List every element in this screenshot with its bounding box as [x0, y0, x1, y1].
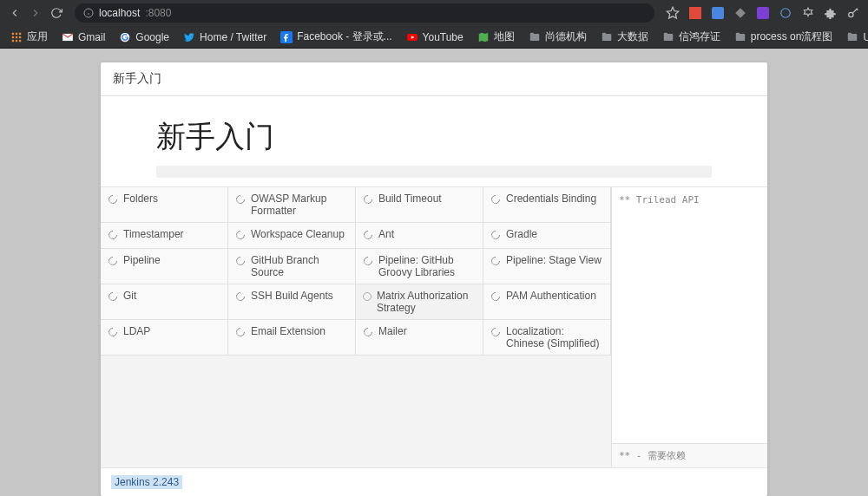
card-footer: Jenkins 2.243 [101, 467, 767, 496]
svg-line-7 [857, 9, 858, 10]
plugin-cell: Mailer [356, 320, 483, 356]
key-icon[interactable] [845, 5, 861, 21]
plugin-name: Matrix Authorization Strategy [377, 290, 476, 314]
spinner-icon [108, 291, 118, 302]
plugin-cell: GitHub Branch Source [228, 249, 356, 284]
plugin-name: Pipeline [123, 254, 161, 266]
plugin-cell: Pipeline: Stage View [483, 249, 611, 284]
apps-icon [10, 31, 23, 43]
sidebar-legend: ** - 需要依赖 [612, 443, 767, 467]
bookmark-label: 尚德机构 [545, 29, 587, 44]
spinner-icon [490, 194, 501, 205]
plugin-name: Gradle [506, 228, 537, 240]
hero-title: 新手入门 [156, 117, 712, 157]
bookmark-item[interactable]: UI [841, 29, 868, 46]
extensions-icon[interactable] [823, 5, 838, 21]
plugin-cell: Credentials Binding [483, 187, 611, 223]
bookmark-label: YouTube [423, 31, 464, 43]
plugin-name: Build Timeout [378, 193, 442, 205]
svg-rect-14 [12, 39, 14, 41]
url-host: localhost [99, 7, 140, 19]
facebook-icon [280, 31, 293, 43]
progress-bar [156, 166, 712, 178]
bookmark-label: 地图 [494, 29, 515, 44]
bookmark-item[interactable]: Gmail [56, 29, 110, 46]
plugin-name: Email Extension [251, 325, 326, 337]
folder-icon [846, 31, 858, 43]
bookmark-label: UI [863, 31, 868, 43]
plugin-name: Credentials Binding [506, 193, 596, 205]
svg-rect-16 [19, 39, 21, 41]
star-icon[interactable] [665, 5, 681, 21]
plugin-name: Pipeline: GitHub Groovy Libraries [378, 254, 476, 278]
plugin-name: Ant [378, 228, 394, 240]
bookmark-item[interactable]: Facebook - 登录或... [275, 27, 397, 47]
plugin-cell: Ant [356, 223, 483, 249]
bookmark-label: Google [135, 31, 169, 43]
bookmark-label: 信鸿存证 [679, 29, 720, 44]
ext-icon-5[interactable] [778, 5, 793, 21]
plugin-name: GitHub Branch Source [251, 254, 348, 278]
spinner-icon [235, 230, 246, 240]
back-button[interactable] [7, 5, 23, 21]
bookmark-item[interactable]: 大数据 [595, 27, 654, 47]
spinner-icon [490, 291, 501, 302]
gmail-icon [62, 31, 74, 43]
plugin-name: LDAP [123, 325, 150, 337]
google-icon [119, 31, 131, 43]
svg-rect-11 [12, 36, 14, 37]
ext-icon-2[interactable] [710, 5, 726, 21]
bookmark-item[interactable]: process on流程图 [729, 27, 838, 47]
bookmark-item[interactable]: 应用 [5, 27, 53, 47]
svg-rect-10 [19, 32, 21, 34]
folder-icon [734, 31, 746, 43]
setup-wizard-card: 新手入门 新手入门 FoldersOWASP Markup FormatterB… [101, 62, 767, 496]
ext-icon-6[interactable] [800, 5, 816, 21]
plugin-name: OWASP Markup Formatter [251, 193, 348, 217]
bookmark-label: 大数据 [617, 29, 648, 44]
spinner-icon [235, 256, 246, 266]
reload-button[interactable] [49, 5, 64, 21]
svg-rect-8 [12, 32, 14, 34]
plugin-name: Git [123, 290, 136, 302]
ext-icon-1[interactable] [687, 5, 703, 21]
forward-button[interactable] [28, 5, 43, 21]
plugin-cell: Workspace Cleanup [228, 223, 356, 249]
bookmark-label: process on流程图 [751, 29, 833, 44]
card-hero: 新手入门 [101, 96, 767, 186]
ext-icon-4[interactable] [755, 5, 771, 21]
spinner-icon [235, 291, 246, 302]
plugin-name: Mailer [378, 325, 407, 337]
page-viewport: 新手入门 新手入门 FoldersOWASP Markup FormatterB… [0, 49, 868, 496]
spinner-icon [490, 256, 501, 266]
bookmark-item[interactable]: YouTube [401, 29, 469, 46]
browser-toolbar: localhost:8080 [0, 0, 868, 26]
plugin-cell: SSH Build Agents [228, 284, 356, 320]
ext-icon-3[interactable] [733, 5, 748, 21]
svg-marker-3 [667, 7, 678, 18]
install-log-sidebar: ** Trilead API ** - 需要依赖 [611, 187, 767, 467]
plugin-name: SSH Build Agents [251, 290, 333, 302]
bookmark-label: Home / Twitter [200, 31, 266, 43]
header-title: 新手入门 [113, 71, 161, 85]
address-bar[interactable]: localhost:8080 [75, 3, 654, 23]
plugin-cell: Build Timeout [356, 187, 483, 223]
bookmark-item[interactable]: 地图 [472, 27, 520, 47]
spinner-icon [108, 194, 118, 205]
folder-icon [662, 31, 674, 43]
spinner-icon [490, 327, 501, 337]
plugin-cell: Email Extension [228, 320, 356, 356]
bookmark-item[interactable]: Home / Twitter [178, 29, 272, 46]
bookmark-item[interactable]: Google [114, 29, 174, 46]
plugin-name: Timestamper [123, 228, 184, 240]
plugins-grid: FoldersOWASP Markup FormatterBuild Timeo… [101, 187, 611, 467]
plugin-cell: LDAP [101, 320, 228, 356]
plugin-cell: Git [101, 284, 228, 320]
spinner-icon [363, 256, 373, 266]
bookmark-item[interactable]: 信鸿存证 [657, 27, 726, 47]
plugin-cell: Gradle [483, 223, 611, 249]
svg-rect-13 [19, 36, 21, 37]
svg-rect-9 [16, 32, 17, 34]
spinner-icon [363, 230, 373, 240]
bookmark-item[interactable]: 尚德机构 [523, 27, 592, 47]
